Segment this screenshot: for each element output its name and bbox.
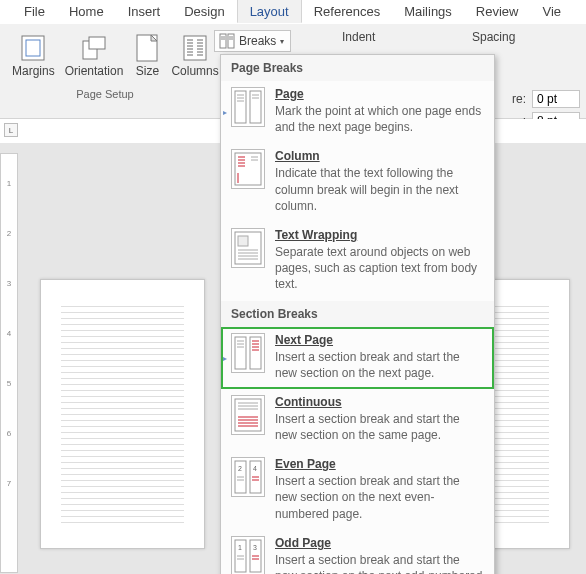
margins-icon [19,34,47,62]
svg-text:2: 2 [238,465,242,472]
break-title: Next Page [275,333,484,347]
svg-rect-31 [235,153,261,185]
chevron-right-icon: ▸ [223,353,227,362]
page-setup-group-label: Page Setup [0,88,210,100]
tab-mailings[interactable]: Mailings [392,0,464,23]
break-desc: Indicate that the text following the col… [275,165,484,214]
svg-rect-39 [235,232,261,264]
ruler-tick: 3 [1,279,17,288]
page-break-icon [231,87,265,127]
chevron-down-icon: ▾ [280,37,284,46]
vertical-ruler: 1 2 3 4 5 6 7 [0,153,18,573]
tab-stop-marker[interactable]: L [4,123,18,137]
break-option-odd-page[interactable]: 1 3 Odd Page Insert a section break and … [221,530,494,574]
chevron-right-icon: ▸ [223,108,227,117]
text-wrapping-icon [231,228,265,268]
next-page-break-icon [231,333,265,373]
spacing-before-input[interactable] [532,90,580,108]
odd-page-break-icon: 1 3 [231,536,265,574]
column-break-icon [231,149,265,189]
ruler-tick: 5 [1,379,17,388]
break-option-text-wrapping[interactable]: Text Wrapping Separate text around objec… [221,222,494,301]
breaks-dropdown-button[interactable]: Breaks ▾ [214,30,291,52]
ruler-tick: 4 [1,329,17,338]
svg-text:3: 3 [253,544,257,551]
break-title: Even Page [275,457,484,471]
tab-home[interactable]: Home [57,0,116,23]
svg-rect-19 [228,34,234,48]
svg-rect-62 [235,461,246,493]
break-option-column[interactable]: Column Indicate that the text following … [221,143,494,222]
break-option-even-page[interactable]: 2 4 Even Page Insert a section break and… [221,451,494,530]
break-option-continuous[interactable]: Continuous Insert a section break and st… [221,389,494,451]
document-page-1[interactable] [40,279,205,549]
tab-review[interactable]: Review [464,0,531,23]
orientation-label: Orientation [65,64,124,78]
section-breaks-header: Section Breaks [221,301,494,327]
tab-layout[interactable]: Layout [237,0,302,23]
breaks-label: Breaks [239,34,276,48]
ruler-tick: 2 [1,229,17,238]
svg-rect-45 [235,337,246,369]
break-option-next-page[interactable]: ▸ Next Page Insert a section break and s… [221,327,494,389]
continuous-break-icon [231,395,265,435]
svg-text:4: 4 [253,465,257,472]
break-desc: Insert a section break and start the new… [275,349,484,381]
columns-icon [181,34,209,62]
break-desc: Insert a section break and start the new… [275,411,484,443]
svg-rect-70 [235,540,246,572]
spacing-before-label: re: [496,92,526,106]
tab-insert[interactable]: Insert [116,0,173,23]
orientation-icon [80,34,108,62]
break-title: Continuous [275,395,484,409]
ruler-tick: 6 [1,429,17,438]
svg-rect-25 [250,91,261,123]
svg-text:1: 1 [238,544,242,551]
break-desc: Insert a section break and start the new… [275,552,484,574]
group-page-setup: Margins Orientation Size [0,24,210,118]
margins-label: Margins [12,64,55,78]
svg-rect-46 [250,337,261,369]
orientation-button[interactable]: Orientation [65,32,124,80]
even-page-break-icon: 2 4 [231,457,265,497]
margins-button[interactable]: Margins [12,32,55,80]
break-title: Odd Page [275,536,484,550]
svg-rect-24 [235,91,246,123]
tab-view[interactable]: Vie [530,0,573,23]
ruler-tick: 7 [1,479,17,488]
tab-design[interactable]: Design [172,0,236,23]
svg-rect-54 [235,399,261,431]
size-label: Size [136,64,159,78]
break-title: Text Wrapping [275,228,484,242]
breaks-dropdown-panel: Page Breaks ▸ Page Mark the point at whi… [220,54,495,574]
svg-rect-18 [220,34,226,48]
size-button[interactable]: Size [133,32,161,80]
svg-rect-40 [238,236,248,246]
break-desc: Separate text around objects on web page… [275,244,484,293]
indent-header: Indent [342,30,472,44]
breaks-icon [219,33,235,49]
svg-rect-63 [250,461,261,493]
ruler-tick: 1 [1,179,17,188]
tab-file[interactable]: File [12,0,57,23]
break-desc: Insert a section break and start the new… [275,473,484,522]
ribbon-tabs: File Home Insert Design Layout Reference… [0,0,586,24]
spacing-header: Spacing [472,30,515,44]
break-option-page[interactable]: ▸ Page Mark the point at which one page … [221,81,494,143]
svg-rect-71 [250,540,261,572]
page-breaks-header: Page Breaks [221,55,494,81]
svg-rect-3 [89,37,105,49]
tab-references[interactable]: References [302,0,392,23]
break-title: Column [275,149,484,163]
size-icon [133,34,161,62]
break-desc: Mark the point at which one page ends an… [275,103,484,135]
break-title: Page [275,87,484,101]
